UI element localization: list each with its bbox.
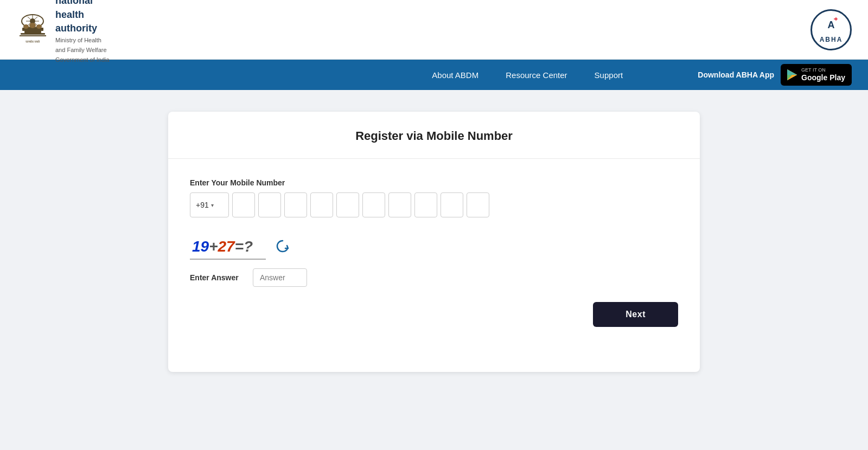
nav-links: About ABDM Resource Center Support: [357, 70, 698, 80]
svg-rect-12: [20, 35, 46, 36]
captcha-eq: =: [235, 238, 244, 255]
digit-2[interactable]: [258, 192, 281, 217]
button-row: Next: [190, 302, 678, 327]
captcha-answer-input[interactable]: [253, 268, 307, 287]
digit-4[interactable]: [310, 192, 333, 217]
captcha-q: ?: [244, 238, 253, 255]
nav-about-abdm[interactable]: About ABDM: [432, 70, 478, 80]
captcha-display: 19+27=?: [190, 235, 678, 260]
download-label: Download ABHA App: [698, 70, 774, 79]
org-name-text: nationalhealthauthority Ministry of Heal…: [55, 0, 110, 65]
svg-rect-7: [24, 31, 41, 33]
svg-rect-17: [835, 17, 837, 21]
abha-word: ABHA: [820, 36, 843, 43]
captcha-num1: 19: [192, 238, 209, 255]
svg-point-9: [23, 24, 29, 29]
main-content: Register via Mobile Number Enter Your Mo…: [0, 90, 868, 394]
digit-5[interactable]: [336, 192, 359, 217]
country-code-value: +91: [196, 201, 209, 209]
captcha-refresh-button[interactable]: [275, 238, 291, 256]
digit-9[interactable]: [441, 192, 463, 217]
form-body: Enter Your Mobile Number +91 ▾: [168, 159, 700, 349]
captcha-num2: 27: [218, 238, 235, 255]
svg-text:सत्यमेव जयते: सत्यमेव जयते: [24, 40, 40, 43]
top-header: सत्यमेव जयते nationalhealthauthority Min…: [0, 0, 868, 60]
digit-7[interactable]: [388, 192, 411, 217]
google-play-text: GET IT ON Google Play: [801, 67, 845, 82]
svg-text:A: A: [828, 20, 835, 30]
form-card: Register via Mobile Number Enter Your Mo…: [168, 112, 700, 372]
country-code-selector[interactable]: +91 ▾: [190, 192, 229, 217]
digit-6[interactable]: [362, 192, 385, 217]
next-button[interactable]: Next: [593, 302, 678, 327]
logo-area: सत्यमेव जयते nationalhealthauthority Min…: [16, 0, 110, 65]
govt-emblem: सत्यमेव जयते: [16, 8, 49, 52]
nav-resource-center[interactable]: Resource Center: [506, 70, 567, 80]
nav-bar: About ABDM Resource Center Support Downl…: [0, 60, 868, 90]
org-name-bold: nationalhealthauthority: [55, 0, 110, 35]
digit-1[interactable]: [232, 192, 255, 217]
mobile-input-row: +91 ▾: [190, 192, 678, 217]
digit-10[interactable]: [467, 192, 489, 217]
captcha-equation: 19+27=?: [190, 235, 266, 260]
nav-right: Download ABHA App: [698, 64, 852, 86]
google-play-button[interactable]: GET IT ON Google Play: [781, 64, 852, 86]
refresh-icon: [275, 238, 291, 254]
nav-support[interactable]: Support: [595, 70, 623, 80]
digit-3[interactable]: [284, 192, 307, 217]
svg-point-11: [36, 24, 42, 29]
captcha-plus: +: [209, 238, 218, 255]
org-sub-text: Ministry of Healthand Family WelfareGove…: [55, 37, 110, 63]
svg-point-10: [29, 23, 36, 28]
svg-rect-8: [21, 33, 45, 35]
captcha-answer-row: Enter Answer: [190, 268, 678, 287]
abha-logo: A ABHA: [810, 9, 852, 50]
mobile-label: Enter Your Mobile Number: [190, 178, 678, 187]
form-title: Register via Mobile Number: [168, 112, 700, 159]
dropdown-arrow-icon: ▾: [211, 202, 214, 208]
captcha-section: 19+27=? Enter Answer: [190, 235, 678, 287]
digit-8[interactable]: [414, 192, 437, 217]
captcha-answer-label: Enter Answer: [190, 273, 244, 282]
